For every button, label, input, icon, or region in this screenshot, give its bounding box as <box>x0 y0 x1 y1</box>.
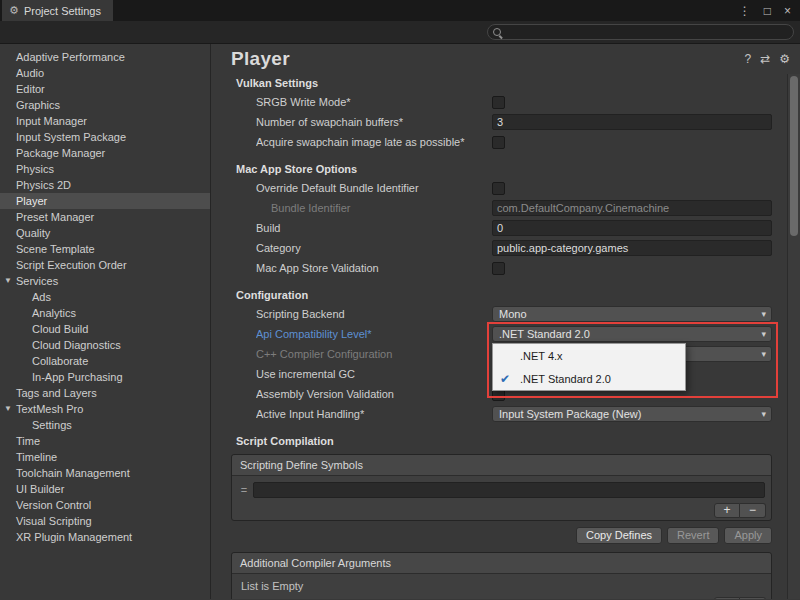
sidebar-item-time[interactable]: Time <box>0 433 210 449</box>
sidebar-item-package-manager[interactable]: Package Manager <box>0 145 210 161</box>
scripting-define-symbols-header: Scripting Define Symbols <box>232 455 771 476</box>
sidebar-item-ads[interactable]: Ads <box>0 289 210 305</box>
sidebar-item-analytics[interactable]: Analytics <box>0 305 210 321</box>
setting-row-bundle-identifier: Bundle Identifier com.DefaultCompany.Cin… <box>211 198 800 218</box>
check-icon: ✔ <box>493 372 520 386</box>
dropdown-value: .NET Standard 2.0 <box>499 328 590 340</box>
setting-row-api-compatibility-level: Api Compatibility Level* .NET Standard 2… <box>211 324 800 344</box>
sidebar-item-tags-and-layers[interactable]: Tags and Layers <box>0 385 210 401</box>
sidebar-item-cloud-diagnostics[interactable]: Cloud Diagnostics <box>0 337 210 353</box>
gear-icon: ⚙ <box>9 4 19 17</box>
copy-defines-button[interactable]: Copy Defines <box>576 527 662 544</box>
foldout-open-icon[interactable]: ▼ <box>4 401 12 417</box>
search-icon <box>493 28 501 36</box>
sidebar-item-input-system-package[interactable]: Input System Package <box>0 129 210 145</box>
sidebar-item-visual-scripting[interactable]: Visual Scripting <box>0 513 210 529</box>
setting-row-active-input-handling: Active Input Handling* Input System Pack… <box>211 404 800 424</box>
setting-label: Api Compatibility Level* <box>256 328 492 340</box>
sidebar-item-scene-template[interactable]: Scene Template <box>0 241 210 257</box>
setting-label: Scripting Backend <box>256 308 492 320</box>
scrollbar-thumb[interactable] <box>790 76 798 236</box>
setting-row-srgb-write-mode: SRGB Write Mode* <box>211 92 800 112</box>
sidebar-item-audio[interactable]: Audio <box>0 65 210 81</box>
player-settings-panel: Player ? ⇄ ⚙ Vulkan Settings SRGB Write … <box>211 44 800 599</box>
setting-row-swapchain-buffers: Number of swapchain buffers* 3 <box>211 112 800 132</box>
setting-row-scripting-backend: Scripting Backend Mono ▾ <box>211 304 800 324</box>
sidebar-item-input-manager[interactable]: Input Manager <box>0 113 210 129</box>
setting-label: Acquire swapchain image late as possible… <box>256 136 492 148</box>
sidebar-item-version-control[interactable]: Version Control <box>0 497 210 513</box>
define-symbol-field[interactable] <box>253 482 765 498</box>
swapchain-buffers-field[interactable]: 3 <box>492 114 772 130</box>
sidebar-item-physics[interactable]: Physics <box>0 161 210 177</box>
override-bundle-identifier-checkbox[interactable] <box>492 182 505 195</box>
popup-item-net-standard-2-0[interactable]: ✔ .NET Standard 2.0 <box>493 367 685 390</box>
setting-row-category: Category public.app-category.games <box>211 238 800 258</box>
popup-item-net-4x[interactable]: .NET 4.x <box>493 344 685 367</box>
remove-argument-button[interactable]: − <box>740 597 766 599</box>
sidebar-item-collaborate[interactable]: Collaborate <box>0 353 210 369</box>
sidebar-item-ui-builder[interactable]: UI Builder <box>0 481 210 497</box>
sidebar-item-cloud-build[interactable]: Cloud Build <box>0 321 210 337</box>
setting-label: Build <box>256 222 492 234</box>
titlebar: ⚙ Project Settings ⋮ □ × <box>0 0 800 21</box>
chevron-down-icon: ▾ <box>761 328 766 341</box>
sidebar-item-editor[interactable]: Editor <box>0 81 210 97</box>
setting-row-mac-app-store-validation: Mac App Store Validation <box>211 258 800 278</box>
sidebar-item-in-app-purchasing[interactable]: In-App Purchasing <box>0 369 210 385</box>
bundle-identifier-field[interactable]: com.DefaultCompany.Cinemachine <box>492 200 772 216</box>
close-icon[interactable]: × <box>784 4 791 18</box>
list-footer: + − <box>232 502 771 520</box>
sidebar-item-script-execution-order[interactable]: Script Execution Order <box>0 257 210 273</box>
settings-sidebar: Adaptive Performance Audio Editor Graphi… <box>0 44 211 599</box>
define-symbol-row: = <box>238 482 765 498</box>
sidebar-item-preset-manager[interactable]: Preset Manager <box>0 209 210 225</box>
scripting-backend-dropdown[interactable]: Mono ▾ <box>492 306 772 322</box>
setting-label: SRGB Write Mode* <box>256 96 492 108</box>
api-compatibility-dropdown[interactable]: .NET Standard 2.0 ▾ <box>492 326 772 342</box>
maximize-icon[interactable]: □ <box>764 4 771 18</box>
sidebar-item-toolchain-management[interactable]: Toolchain Management <box>0 465 210 481</box>
acquire-swapchain-late-checkbox[interactable] <box>492 136 505 149</box>
foldout-open-icon[interactable]: ▼ <box>4 273 12 289</box>
apply-button[interactable]: Apply <box>724 527 772 544</box>
list-footer: + − <box>232 596 771 599</box>
sidebar-item-physics-2d[interactable]: Physics 2D <box>0 177 210 193</box>
vertical-scrollbar[interactable] <box>787 74 800 599</box>
category-field[interactable]: public.app-category.games <box>492 240 772 256</box>
sidebar-item-timeline[interactable]: Timeline <box>0 449 210 465</box>
remove-define-button[interactable]: − <box>740 503 766 518</box>
setting-row-override-bundle-identifier: Override Default Bundle Identifier <box>211 178 800 198</box>
setting-label: Active Input Handling* <box>256 408 492 420</box>
sidebar-item-xr-plugin-management[interactable]: XR Plugin Management <box>0 529 210 545</box>
setting-row-build: Build 0 <box>211 218 800 238</box>
sidebar-item-graphics[interactable]: Graphics <box>0 97 210 113</box>
chevron-down-icon: ▾ <box>761 408 766 421</box>
build-field[interactable]: 0 <box>492 220 772 236</box>
drag-handle-icon[interactable]: = <box>238 484 250 496</box>
setting-label: Assembly Version Validation <box>256 388 492 400</box>
window-menu-icon[interactable]: ⋮ <box>739 4 751 18</box>
mac-app-store-validation-checkbox[interactable] <box>492 262 505 275</box>
popup-item-label: .NET Standard 2.0 <box>520 373 611 385</box>
setting-label: Bundle Identifier <box>256 202 492 214</box>
settings-gear-icon[interactable]: ⚙ <box>779 52 790 66</box>
add-argument-button[interactable]: + <box>714 597 740 599</box>
sidebar-item-adaptive-performance[interactable]: Adaptive Performance <box>0 49 210 65</box>
additional-compiler-arguments-box: Additional Compiler Arguments List is Em… <box>231 552 772 599</box>
tab-project-settings[interactable]: ⚙ Project Settings <box>2 0 113 21</box>
window-controls: ⋮ □ × <box>739 0 800 21</box>
preset-icon[interactable]: ⇄ <box>760 52 770 66</box>
active-input-handling-dropdown[interactable]: Input System Package (New) ▾ <box>492 406 772 422</box>
search-input[interactable] <box>487 24 794 40</box>
sidebar-item-quality[interactable]: Quality <box>0 225 210 241</box>
sidebar-item-textmesh-pro[interactable]: ▼TextMesh Pro <box>0 401 210 417</box>
srgb-write-mode-checkbox[interactable] <box>492 96 505 109</box>
revert-button[interactable]: Revert <box>667 527 719 544</box>
help-icon[interactable]: ? <box>744 52 751 66</box>
add-define-button[interactable]: + <box>714 503 740 518</box>
sidebar-item-player[interactable]: Player <box>0 193 210 209</box>
sidebar-item-services[interactable]: ▼Services <box>0 273 210 289</box>
sidebar-item-textmeshpro-settings[interactable]: Settings <box>0 417 210 433</box>
setting-label: Override Default Bundle Identifier <box>256 182 492 194</box>
